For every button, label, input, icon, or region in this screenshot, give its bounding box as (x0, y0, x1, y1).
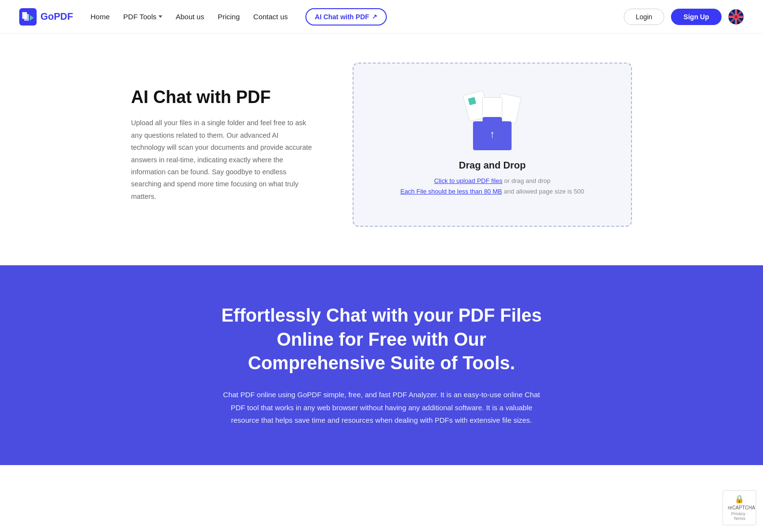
external-link-icon: ↗ (372, 13, 377, 20)
logo[interactable]: GoPDF (19, 8, 73, 26)
ai-chat-nav-button[interactable]: AI Chat with PDF ↗ (305, 8, 387, 26)
upload-link[interactable]: Click to upload PDF files (434, 177, 502, 184)
nav-pdf-tools[interactable]: PDF Tools (123, 13, 162, 21)
logo-text: GoPDF (40, 11, 73, 22)
nav-about[interactable]: About us (176, 13, 204, 21)
hero-title: AI Chat with PDF (131, 87, 314, 107)
nav-links: Home PDF Tools About us Pricing Contact … (91, 13, 288, 21)
navbar-left: GoPDF Home PDF Tools About us Pricing Co… (19, 8, 387, 26)
nav-pricing[interactable]: Pricing (218, 13, 240, 21)
logo-icon (19, 8, 37, 26)
upload-dropzone[interactable]: ↑ Drag and Drop Click to upload PDF file… (353, 63, 632, 227)
blue-section: Effortlessly Chat with your PDF Files On… (0, 265, 763, 465)
signup-button[interactable]: Sign Up (671, 9, 722, 25)
blue-section-heading: Effortlessly Chat with your PDF Files On… (213, 304, 550, 375)
svg-rect-2 (24, 14, 29, 21)
login-button[interactable]: Login (624, 9, 664, 25)
nav-contact[interactable]: Contact us (253, 13, 288, 21)
file-size-link: Each File should be less than 80 MB (400, 188, 502, 195)
language-flag-icon[interactable] (728, 9, 744, 25)
folder-body: ↑ (473, 121, 512, 150)
hero-text: AI Chat with PDF Upload all your files i… (131, 87, 314, 203)
hero-description: Upload all your files in a single folder… (131, 117, 314, 203)
navbar-right: Login Sign Up (624, 9, 744, 25)
chevron-down-icon (158, 15, 162, 18)
upload-illustration: ↑ (463, 92, 521, 150)
upload-title: Drag and Drop (459, 160, 526, 171)
blue-section-description: Chat PDF online using GoPDF simple, free… (218, 389, 545, 427)
navbar: GoPDF Home PDF Tools About us Pricing Co… (0, 0, 763, 34)
nav-home[interactable]: Home (91, 13, 110, 21)
upload-box-wrapper: ↑ Drag and Drop Click to upload PDF file… (353, 63, 632, 227)
upload-subtitle: Click to upload PDF files or drag and dr… (400, 176, 584, 197)
hero-section: AI Chat with PDF Upload all your files i… (92, 34, 671, 265)
upload-arrow-icon: ↑ (490, 128, 495, 141)
